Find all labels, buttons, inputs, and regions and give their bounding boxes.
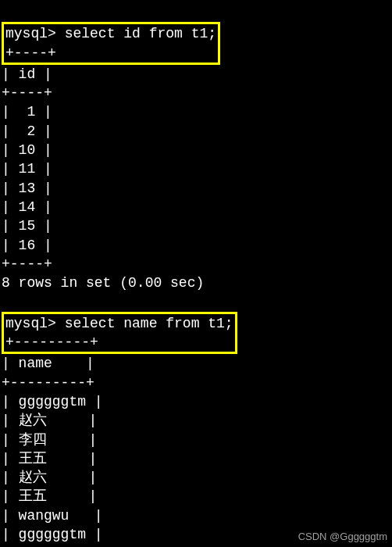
table-row: | 11 | — [2, 161, 52, 177]
border-line: +----+ — [2, 85, 52, 101]
table-row: | 15 | — [2, 218, 52, 234]
table-row: | 李四 | — [2, 432, 97, 448]
column-header: | name | — [2, 356, 94, 371]
column-header: | id | — [2, 66, 52, 82]
border-line: +---------+ — [5, 334, 98, 350]
table-row: | 王五 | — [2, 451, 97, 467]
table-row: | wangwu | — [2, 508, 103, 524]
highlight-box-1: mysql> select id from t1; +----+ — [2, 22, 220, 65]
table-row: | 14 | — [2, 199, 52, 215]
mysql-prompt[interactable]: mysql> — [5, 26, 56, 41]
table-row: | 赵六 | — [2, 470, 97, 485]
table-row: | 2 | — [2, 123, 52, 139]
table-row: | ggggggtm | — [2, 394, 103, 409]
table-row: | 赵六 | — [2, 413, 97, 428]
table-row: | ggggggtm | — [2, 527, 103, 542]
sql-command-2: select name from t1; — [65, 316, 233, 331]
table-row: | 1 | — [2, 104, 52, 120]
border-line: +----+ — [5, 45, 56, 61]
mysql-prompt[interactable]: mysql> — [5, 316, 56, 331]
table-row: | 13 | — [2, 181, 52, 196]
border-line: +----+ — [2, 256, 52, 272]
watermark-text: CSDN @Ggggggtm — [298, 530, 387, 544]
border-line: +---------+ — [2, 375, 94, 391]
table-row: | 16 | — [2, 238, 52, 253]
highlight-box-2: mysql> select name from t1; +---------+ — [2, 312, 237, 355]
table-row: | 王五 | — [2, 488, 97, 504]
table-row: | 10 | — [2, 142, 52, 158]
sql-command-1: select id from t1; — [65, 26, 216, 41]
result-summary: 8 rows in set (0.00 sec) — [2, 275, 204, 291]
terminal-output: mysql> select id from t1; +----+ | id | … — [0, 0, 392, 547]
